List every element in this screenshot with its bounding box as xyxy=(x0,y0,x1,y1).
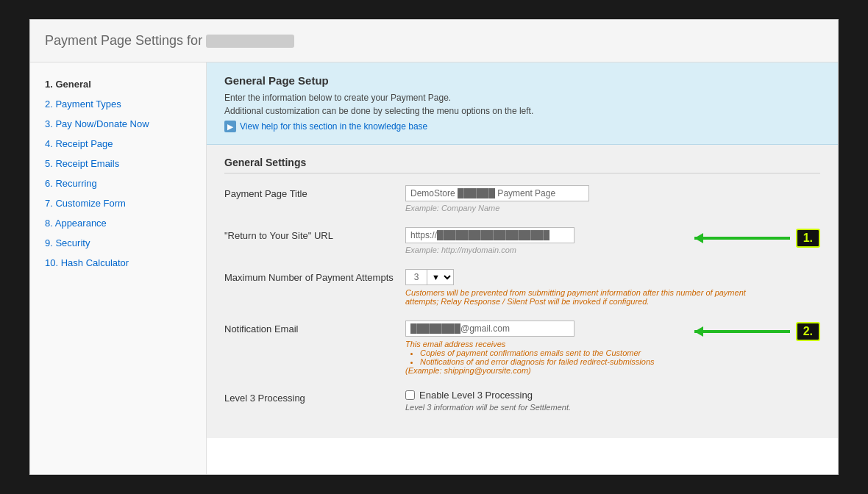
page-header: Payment Page Settings for xyxy=(30,20,838,62)
content-area: 1. General 2. Payment Types 3. Pay Now/D… xyxy=(30,62,838,474)
notification-email-input-area: This email address receives Copies of pa… xyxy=(405,321,671,375)
max-attempts-input[interactable] xyxy=(405,269,427,285)
sidebar-item-security[interactable]: 9. Security xyxy=(30,233,206,253)
return-url-label: "Return to Your Site" URL xyxy=(224,227,394,241)
max-attempts-label: Maximum Number of Payment Attempts xyxy=(224,269,394,283)
sidebar-item-link[interactable]: 10. Hash Calculator xyxy=(45,257,129,268)
sidebar-item-link[interactable]: 7. Customize Form xyxy=(45,198,126,209)
return-url-example: Example: http://mydomain.com xyxy=(405,246,671,254)
sidebar-item-receipt-emails[interactable]: 5. Receipt Emails xyxy=(30,154,206,173)
sidebar-item-link[interactable]: 8. Appearance xyxy=(45,218,107,229)
level3-checkbox-label: Enable Level 3 Processing xyxy=(419,390,533,401)
notification-note: This email address receives Copies of pa… xyxy=(405,340,671,375)
note-item-1: Copies of payment confirmations emails s… xyxy=(420,348,671,357)
note-example: (Example: shipping@yoursite.com) xyxy=(405,366,671,375)
arrow-1-number: 1. xyxy=(796,229,820,248)
arrow-1-container: 1. xyxy=(694,229,820,248)
settings-title: General Settings xyxy=(224,157,820,173)
sidebar-item-link[interactable]: 5. Receipt Emails xyxy=(45,158,119,169)
max-attempts-select[interactable]: ▼ xyxy=(427,269,454,285)
help-link-container: ▶ View help for this section in the know… xyxy=(224,121,820,132)
payment-page-title-label: Payment Page Title xyxy=(224,185,394,199)
sidebar-item-label: 1. General xyxy=(45,79,91,90)
sidebar-item-general[interactable]: 1. General xyxy=(30,74,206,94)
level3-checkbox-row: Enable Level 3 Processing xyxy=(405,390,820,401)
level3-processing-row: Level 3 Processing Enable Level 3 Proces… xyxy=(224,390,820,412)
sidebar-item-hash-calculator[interactable]: 10. Hash Calculator xyxy=(30,253,206,273)
section-desc1: Enter the information below to create yo… xyxy=(224,93,820,103)
level3-checkbox[interactable] xyxy=(405,390,415,400)
notification-email-input[interactable] xyxy=(405,321,574,337)
arrow-1-line xyxy=(694,237,790,240)
section-header: General Page Setup Enter the information… xyxy=(207,62,838,145)
notification-email-inner: Notification Email This email address re… xyxy=(224,321,820,375)
sidebar-item-customize-form[interactable]: 7. Customize Form xyxy=(30,193,206,213)
sidebar-item-receipt-page[interactable]: 4. Receipt Page xyxy=(30,134,206,154)
arrow-2-container: 2. xyxy=(694,322,820,341)
section-desc2: Additional customization can be done by … xyxy=(224,106,820,116)
sidebar-item-link[interactable]: 2. Payment Types xyxy=(45,99,121,110)
max-attempts-warning: Customers will be prevented from submitt… xyxy=(405,288,773,306)
arrow-2-number: 2. xyxy=(796,322,820,341)
page-title: Payment Page Settings for xyxy=(45,33,823,49)
return-url-row: "Return to Your Site" URL Example: http:… xyxy=(224,227,820,254)
arrow-2-line xyxy=(694,330,790,333)
payment-page-title-example: Example: Company Name xyxy=(405,204,820,212)
return-url-inner: "Return to Your Site" URL Example: http:… xyxy=(224,227,820,254)
sidebar-item-appearance[interactable]: 8. Appearance xyxy=(30,213,206,233)
help-link[interactable]: View help for this section in the knowle… xyxy=(240,121,427,132)
help-icon: ▶ xyxy=(224,121,236,132)
sidebar-item-link[interactable]: 4. Receipt Page xyxy=(45,138,113,149)
payment-page-title-input-area: Example: Company Name xyxy=(405,185,820,212)
page-title-redacted xyxy=(206,35,294,48)
level3-label: Level 3 Processing xyxy=(224,390,394,404)
notification-email-label: Notification Email xyxy=(224,321,394,334)
note-item-2: Notifications of and error diagnosis for… xyxy=(420,357,671,366)
sidebar-item-link[interactable]: 6. Recurring xyxy=(45,178,97,189)
arrow-1-head xyxy=(694,233,703,243)
sidebar-item-payment-types[interactable]: 2. Payment Types xyxy=(30,94,206,114)
payment-page-title-row: Payment Page Title Example: Company Name xyxy=(224,185,820,212)
max-attempts-inner: Maximum Number of Payment Attempts ▼ Cus… xyxy=(224,269,820,306)
max-attempts-row: Maximum Number of Payment Attempts ▼ Cus… xyxy=(224,269,820,306)
page-title-text: Payment Page Settings for xyxy=(45,33,202,48)
sidebar-item-link[interactable]: 9. Security xyxy=(45,237,90,248)
page-wrapper: Payment Page Settings for 1. General 2. … xyxy=(29,19,839,475)
sidebar-item-recurring[interactable]: 6. Recurring xyxy=(30,173,206,193)
section-title: General Page Setup xyxy=(224,74,820,87)
note-list: Copies of payment confirmations emails s… xyxy=(420,348,671,366)
level3-input-area: Enable Level 3 Processing Level 3 inform… xyxy=(405,390,820,412)
sidebar: 1. General 2. Payment Types 3. Pay Now/D… xyxy=(30,62,207,474)
level3-note: Level 3 information will be sent for Set… xyxy=(405,403,820,412)
sidebar-item-pay-now[interactable]: 3. Pay Now/Donate Now xyxy=(30,114,206,134)
notification-email-row: Notification Email This email address re… xyxy=(224,321,820,375)
return-url-input[interactable] xyxy=(405,227,574,243)
payment-page-title-input[interactable] xyxy=(405,185,589,201)
level3-inner: Level 3 Processing Enable Level 3 Proces… xyxy=(224,390,820,412)
sidebar-item-link[interactable]: 3. Pay Now/Donate Now xyxy=(45,118,149,129)
main-content: General Page Setup Enter the information… xyxy=(207,62,838,474)
max-attempts-input-area: ▼ Customers will be prevented from submi… xyxy=(405,269,820,306)
settings-section: General Settings Payment Page Title Exam… xyxy=(207,145,838,438)
return-url-input-area: Example: http://mydomain.com xyxy=(405,227,671,254)
arrow-2-head xyxy=(694,326,703,337)
payment-page-title-inner: Payment Page Title Example: Company Name xyxy=(224,185,820,212)
note-intro: This email address receives xyxy=(405,340,505,348)
